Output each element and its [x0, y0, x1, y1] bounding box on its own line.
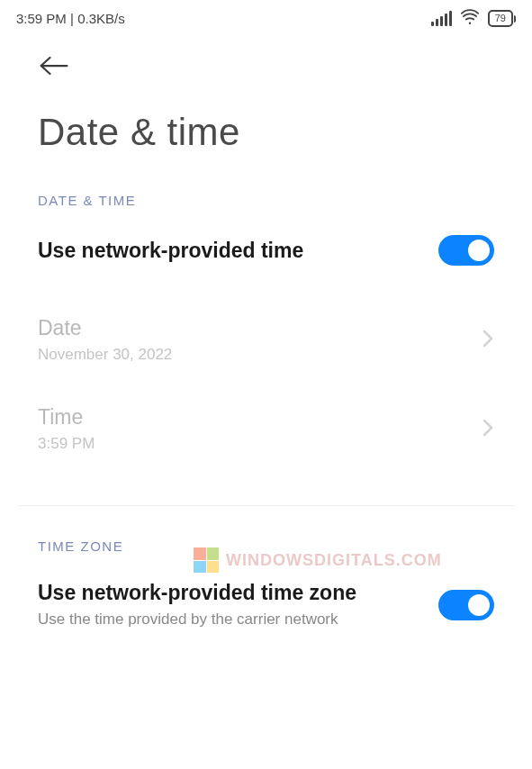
status-data-rate: 0.3KB/s — [77, 11, 125, 26]
toggle-use-network-time[interactable] — [438, 235, 494, 266]
toggle-knob — [468, 240, 490, 261]
section-header-time-zone: TIME ZONE — [0, 531, 532, 574]
back-arrow-icon — [38, 53, 70, 78]
section-header-date-time: DATE & TIME — [0, 185, 532, 228]
setting-time: Time 3:59 PM — [0, 380, 532, 469]
page-title: Date & time — [0, 91, 532, 185]
setting-date-value: November 30, 2022 — [38, 346, 172, 364]
battery-icon: 79 — [488, 10, 516, 27]
setting-use-network-time-zone[interactable]: Use network-provided time zone Use the t… — [0, 574, 532, 638]
setting-date: Date November 30, 2022 — [0, 291, 532, 380]
chevron-right-icon — [482, 418, 494, 441]
status-time-data: 3:59 PM | 0.3KB/s — [16, 11, 125, 26]
setting-use-network-time[interactable]: Use network-provided time — [0, 228, 532, 273]
battery-level: 79 — [495, 13, 506, 23]
setting-use-network-time-zone-subtitle: Use the time provided by the carrier net… — [38, 609, 356, 630]
setting-use-network-time-zone-label: Use network-provided time zone — [38, 581, 356, 605]
section-divider — [18, 505, 514, 506]
status-bar: 3:59 PM | 0.3KB/s 79 — [0, 0, 532, 35]
toggle-knob — [468, 594, 490, 616]
back-button[interactable] — [0, 35, 532, 91]
setting-use-network-time-label: Use network-provided time — [38, 239, 303, 263]
chevron-right-icon — [482, 329, 494, 352]
setting-time-label: Time — [38, 405, 95, 430]
status-time: 3:59 PM — [16, 11, 67, 26]
setting-time-value: 3:59 PM — [38, 435, 95, 453]
toggle-use-network-time-zone[interactable] — [438, 590, 494, 620]
signal-icon — [431, 11, 452, 26]
status-indicators: 79 — [431, 9, 516, 28]
wifi-icon — [461, 9, 479, 28]
setting-date-label: Date — [38, 316, 172, 340]
